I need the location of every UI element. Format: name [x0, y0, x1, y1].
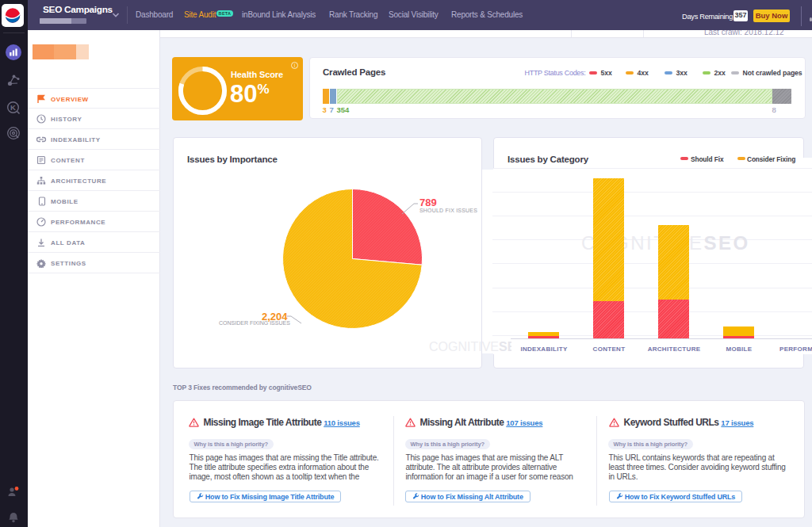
svg-text:i: i [294, 62, 295, 67]
svg-text:K: K [10, 103, 16, 112]
